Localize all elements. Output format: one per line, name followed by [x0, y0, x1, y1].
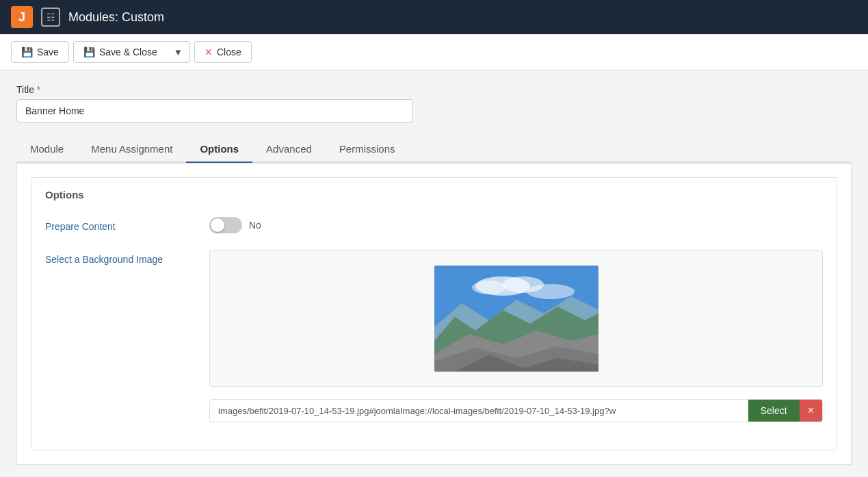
prepare-content-toggle[interactable]	[209, 217, 242, 233]
prepare-content-row: Prepare Content No	[45, 217, 823, 233]
remove-image-button[interactable]: ×	[800, 400, 822, 422]
title-input[interactable]	[16, 99, 413, 123]
toggle-thumb	[211, 218, 224, 232]
module-icon-symbol: ☷	[47, 12, 55, 23]
background-image-control: images/befit/2019-07-10_14-53-19.jpg#joo…	[209, 250, 823, 422]
tab-content-options: Options Prepare Content No Select a Back…	[16, 163, 852, 465]
save-close-icon: 💾	[83, 47, 95, 57]
toolbar: 💾 Save 💾 Save & Close ▼ ✕ Close	[0, 34, 868, 70]
page-title: Modules: Custom	[68, 10, 164, 25]
select-image-button[interactable]: Select	[748, 400, 800, 422]
toggle-track[interactable]	[209, 217, 242, 233]
image-path-row: images/befit/2019-07-10_14-53-19.jpg#joo…	[209, 399, 823, 422]
section-title: Options	[45, 189, 823, 203]
background-image-label: Select a Background Image	[45, 250, 196, 265]
save-icon: 💾	[21, 47, 33, 57]
prepare-content-label: Prepare Content	[45, 217, 196, 232]
close-icon: ✕	[205, 47, 213, 57]
chevron-down-icon: ▼	[174, 47, 183, 57]
prepare-content-value: No	[249, 220, 261, 231]
tab-options[interactable]: Options	[186, 136, 252, 163]
save-dropdown-button[interactable]: ▼	[167, 41, 190, 63]
tab-menu-assignment[interactable]: Menu Assignment	[77, 136, 186, 163]
joomla-logo: J	[11, 6, 33, 28]
top-bar: J ☷ Modules: Custom	[0, 0, 868, 34]
required-marker: *	[37, 84, 40, 95]
prepare-content-control: No	[209, 217, 823, 233]
background-image-row: Select a Background Image	[45, 250, 823, 422]
tab-module[interactable]: Module	[16, 136, 77, 163]
close-button[interactable]: ✕ Close	[194, 41, 252, 63]
image-preview-area	[209, 250, 823, 387]
save-close-label: Save & Close	[99, 47, 157, 57]
image-path-text: images/befit/2019-07-10_14-53-19.jpg#joo…	[210, 400, 748, 422]
close-label: Close	[217, 47, 241, 57]
options-section: Options Prepare Content No Select a Back…	[31, 177, 837, 450]
joomla-logo-letter: J	[18, 10, 25, 25]
save-label: Save	[37, 47, 59, 57]
title-field-group: Title *	[16, 84, 852, 123]
tab-permissions[interactable]: Permissions	[326, 136, 409, 163]
save-button[interactable]: 💾 Save	[11, 41, 69, 63]
tabs-nav: Module Menu Assignment Options Advanced …	[16, 136, 852, 163]
svg-point-4	[527, 284, 575, 299]
title-label: Title *	[16, 84, 852, 95]
svg-point-3	[472, 281, 506, 294]
module-icon: ☷	[41, 8, 60, 27]
save-close-group: 💾 Save & Close ▼	[73, 41, 190, 63]
tab-advanced[interactable]: Advanced	[252, 136, 326, 163]
save-close-button[interactable]: 💾 Save & Close	[73, 41, 167, 63]
landscape-image	[434, 266, 599, 372]
content-area: Title * Module Menu Assignment Options A…	[0, 70, 868, 465]
